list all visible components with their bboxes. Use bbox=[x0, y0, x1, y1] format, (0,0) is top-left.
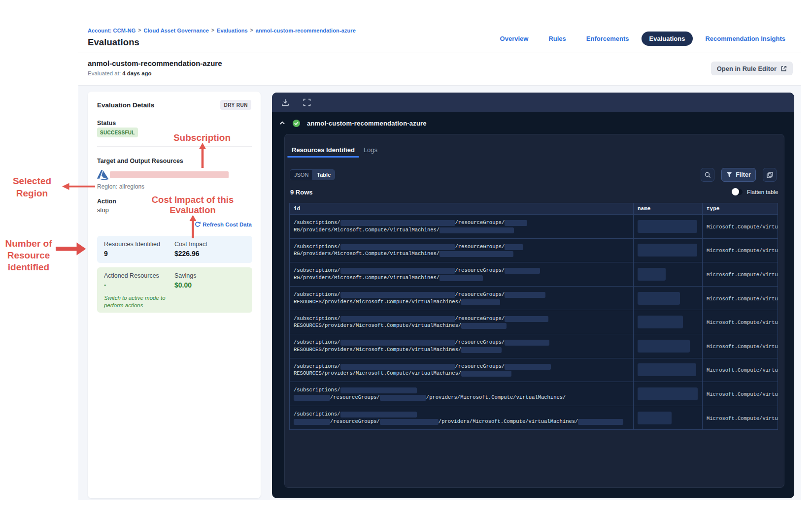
type-text: Microsoft.Compute/virtu bbox=[707, 296, 778, 302]
table-row[interactable]: /subscriptions//resourceGroups/RESOURCES… bbox=[290, 310, 778, 334]
filter-button[interactable]: Filter bbox=[721, 168, 756, 182]
redacted-bar bbox=[505, 316, 548, 322]
id-line: RG/providers/Microsoft.Compute/virtualMa… bbox=[294, 250, 633, 257]
view-mode-table[interactable]: Table bbox=[312, 170, 335, 180]
redacted-bar bbox=[505, 244, 523, 250]
annotation-number-line3: identified bbox=[8, 262, 49, 272]
breadcrumb-separator: > bbox=[250, 28, 253, 33]
view-mode-json[interactable]: JSON bbox=[290, 170, 312, 180]
redacted-bar bbox=[294, 395, 330, 401]
redacted-bar bbox=[340, 292, 455, 298]
redacted-bar bbox=[294, 419, 330, 425]
table-row[interactable]: /subscriptions//resourceGroups//provider… bbox=[290, 382, 778, 406]
nav-overview[interactable]: Overview bbox=[500, 35, 529, 42]
breadcrumb-item[interactable]: Cloud Asset Governance bbox=[143, 28, 209, 33]
tab-logs[interactable]: Logs bbox=[359, 143, 382, 158]
results-tabs: Resources IdentifiedLogs bbox=[287, 143, 382, 158]
fullscreen-icon[interactable] bbox=[303, 98, 311, 106]
actioned-savings-box: Actioned Resources - Savings $0.00 Switc… bbox=[97, 267, 252, 313]
app-window: Account: CCM-NG>Cloud Asset Governance>E… bbox=[78, 20, 801, 500]
copy-button[interactable] bbox=[763, 168, 777, 182]
type-cell: Microsoft.Compute/virtu bbox=[703, 215, 778, 239]
id-cell: /subscriptions//resourceGroups/RG/provid… bbox=[290, 238, 634, 262]
redacted-bar bbox=[505, 364, 551, 370]
table-row[interactable]: /subscriptions//resourceGroups/RG/provid… bbox=[290, 238, 778, 262]
id-text: /subscriptions/ bbox=[294, 363, 340, 369]
table-row[interactable]: /subscriptions//resourceGroups/RG/provid… bbox=[290, 262, 778, 287]
breadcrumb-item[interactable]: anmol-custom-recommendation-azure bbox=[256, 28, 356, 33]
tab-resources-identified[interactable]: Resources Identified bbox=[287, 143, 359, 158]
cost-impact-label: Cost Impact bbox=[174, 241, 207, 248]
subscription-redacted-bar bbox=[110, 171, 229, 178]
type-text: Microsoft.Compute/virtu bbox=[707, 224, 778, 230]
id-text: /resourceGroups/ bbox=[455, 244, 505, 250]
name-cell bbox=[634, 358, 703, 382]
open-rule-editor-label: Open in Rule Editor bbox=[717, 65, 777, 72]
id-cell: /subscriptions//resourceGroups/RESOURCES… bbox=[290, 310, 634, 334]
evaluated-at: Evaluated at:4 days ago bbox=[88, 70, 152, 76]
annotation-cost-line2: Evaluation bbox=[169, 205, 216, 215]
chevron-up-icon[interactable] bbox=[279, 120, 285, 126]
open-rule-editor-button[interactable]: Open in Rule Editor bbox=[711, 62, 793, 75]
id-line: RESOURCES/providers/Microsoft.Compute/vi… bbox=[294, 346, 633, 353]
type-cell: Microsoft.Compute/virtu bbox=[703, 406, 778, 430]
table-row[interactable]: /subscriptions//resourceGroups/RESOURCES… bbox=[290, 358, 778, 382]
id-cell: /subscriptions//resourceGroups/RG/provid… bbox=[290, 215, 634, 239]
id-text: /resourceGroups/ bbox=[455, 220, 505, 225]
redacted-bar bbox=[340, 412, 417, 418]
nav-enforcements[interactable]: Enforcements bbox=[586, 35, 629, 42]
download-icon[interactable] bbox=[281, 98, 289, 106]
nav-rules[interactable]: Rules bbox=[548, 35, 566, 42]
name-cell bbox=[634, 406, 703, 430]
flatten-toggle-row: Flatten table bbox=[732, 189, 778, 195]
refresh-cost-data-link[interactable]: Refresh Cost Data bbox=[195, 222, 252, 227]
name-cell bbox=[634, 262, 703, 287]
table-row[interactable]: /subscriptions//resourceGroups/RG/provid… bbox=[290, 215, 778, 239]
table-header-row: idnametype bbox=[290, 203, 778, 215]
redacted-bar bbox=[380, 419, 439, 425]
annotation-number-resources: Number ofResourceidentified bbox=[0, 238, 57, 273]
id-line: RESOURCES/providers/Microsoft.Compute/vi… bbox=[294, 298, 633, 306]
id-text: /resourceGroups/ bbox=[330, 418, 380, 424]
page-title: Evaluations bbox=[88, 37, 139, 48]
flatten-toggle[interactable] bbox=[732, 189, 743, 195]
redacted-bar bbox=[380, 395, 426, 401]
breadcrumb-separator: > bbox=[138, 28, 141, 33]
filter-icon bbox=[726, 172, 732, 178]
search-button[interactable] bbox=[701, 168, 714, 182]
table-row[interactable]: /subscriptions//resourceGroups/RESOURCES… bbox=[290, 334, 778, 358]
breadcrumb-item[interactable]: Account: CCM-NG bbox=[88, 28, 135, 33]
type-text: Microsoft.Compute/virtu bbox=[707, 416, 778, 421]
action-value: stop bbox=[97, 207, 109, 214]
id-text: /resourceGroups/ bbox=[455, 363, 505, 369]
name-cell bbox=[634, 238, 703, 262]
copy-icon bbox=[767, 172, 773, 178]
target-resources-label: Target and Output Resources bbox=[97, 158, 183, 164]
evaluation-row: anmol-custom-recommendation-azure bbox=[272, 112, 794, 134]
id-line: /subscriptions//resourceGroups/ bbox=[294, 243, 633, 251]
id-line: /resourceGroups//providers/Microsoft.Com… bbox=[294, 418, 633, 425]
table-row[interactable]: /subscriptions//resourceGroups//provider… bbox=[290, 406, 778, 430]
breadcrumb: Account: CCM-NG>Cloud Asset Governance>E… bbox=[88, 28, 356, 33]
id-text: RG/providers/Microsoft.Compute/virtualMa… bbox=[294, 227, 440, 233]
redacted-name-bar bbox=[638, 268, 666, 281]
nav-evaluations[interactable]: Evaluations bbox=[642, 32, 693, 46]
redacted-bar bbox=[505, 292, 545, 298]
redacted-bar bbox=[340, 316, 455, 322]
redacted-name-bar bbox=[638, 387, 698, 400]
breadcrumb-separator: > bbox=[211, 28, 214, 33]
name-cell bbox=[634, 310, 703, 334]
redacted-bar bbox=[505, 220, 527, 226]
annotation-selected-line2: Region bbox=[16, 188, 48, 198]
column-header-id: id bbox=[290, 203, 634, 215]
type-text: Microsoft.Compute/virtu bbox=[707, 248, 778, 254]
type-text: Microsoft.Compute/virtu bbox=[707, 320, 778, 325]
breadcrumb-item[interactable]: Evaluations bbox=[217, 28, 248, 33]
id-text: /resourceGroups/ bbox=[455, 267, 505, 273]
redacted-name-bar bbox=[638, 363, 696, 376]
table-row[interactable]: /subscriptions//resourceGroups/RESOURCES… bbox=[290, 286, 778, 310]
nav-recommendation-insights[interactable]: Recommendation Insights bbox=[705, 35, 785, 42]
table-body: /subscriptions//resourceGroups/RG/provid… bbox=[290, 215, 778, 430]
id-text: RG/providers/Microsoft.Compute/virtualMa… bbox=[294, 275, 440, 281]
results-toolbar bbox=[272, 93, 794, 112]
